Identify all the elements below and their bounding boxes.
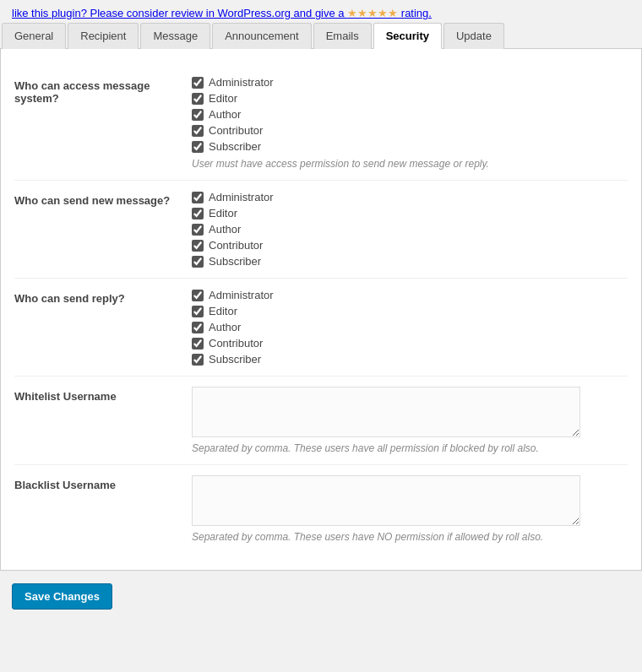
checkbox-input-reply-subscriber[interactable] bbox=[192, 354, 204, 366]
checkbox-label-reply-contributor: Contributor bbox=[209, 337, 263, 350]
tabs-bar: General Recipient Message Announcement E… bbox=[0, 23, 642, 49]
checkbox-input-new-author[interactable] bbox=[192, 224, 204, 236]
plugin-notice: like this plugin? Please consider review… bbox=[0, 0, 642, 23]
checkbox-access-author[interactable]: Author bbox=[192, 108, 628, 121]
label-send-new: Who can send new message? bbox=[14, 181, 183, 279]
checkbox-label-access-subscriber: Subscriber bbox=[209, 140, 261, 153]
checkbox-label-access-editor: Editor bbox=[209, 92, 237, 105]
checkbox-input-access-subscriber[interactable] bbox=[192, 141, 204, 153]
notice-link[interactable]: like this plugin? Please consider review… bbox=[12, 7, 432, 19]
checkbox-label-new-contributor: Contributor bbox=[209, 239, 263, 252]
field-whitelist: Separated by comma. These users have all… bbox=[183, 377, 628, 465]
checkbox-label-new-subscriber: Subscriber bbox=[209, 255, 261, 268]
checkbox-input-new-contributor[interactable] bbox=[192, 240, 204, 252]
checkbox-input-reply-administrator[interactable] bbox=[192, 290, 204, 301]
checkbox-group-send-new: Administrator Editor Author bbox=[192, 191, 628, 268]
form-table: Who can access message system? Administr… bbox=[14, 66, 628, 553]
row-access: Who can access message system? Administr… bbox=[14, 66, 628, 181]
checkbox-label-access-administrator: Administrator bbox=[209, 76, 274, 89]
checkbox-label-reply-administrator: Administrator bbox=[209, 289, 274, 301]
checkbox-new-subscriber[interactable]: Subscriber bbox=[192, 255, 628, 268]
tab-security[interactable]: Security bbox=[373, 23, 442, 49]
checkbox-input-access-administrator[interactable] bbox=[192, 77, 204, 89]
tab-announcement[interactable]: Announcement bbox=[212, 23, 311, 49]
tab-emails[interactable]: Emails bbox=[313, 23, 372, 49]
checkbox-input-new-administrator[interactable] bbox=[192, 192, 204, 203]
checkbox-input-reply-author[interactable] bbox=[192, 322, 204, 333]
checkbox-label-reply-author: Author bbox=[209, 321, 241, 333]
page-wrapper: like this plugin? Please consider review… bbox=[0, 0, 642, 621]
checkbox-label-new-author: Author bbox=[209, 223, 241, 236]
checkbox-label-access-author: Author bbox=[209, 108, 241, 121]
checkbox-new-administrator[interactable]: Administrator bbox=[192, 191, 628, 203]
checkbox-access-administrator[interactable]: Administrator bbox=[192, 76, 628, 89]
row-whitelist: Whitelist Username Separated by comma. T… bbox=[14, 377, 628, 465]
checkbox-access-subscriber[interactable]: Subscriber bbox=[192, 140, 628, 153]
field-send-reply: Administrator Editor Author bbox=[183, 279, 628, 377]
row-send-reply: Who can send reply? Administrator Editor bbox=[14, 279, 628, 377]
save-button[interactable]: Save Changes bbox=[12, 583, 112, 610]
row-send-new: Who can send new message? Administrator … bbox=[14, 181, 628, 279]
checkbox-reply-subscriber[interactable]: Subscriber bbox=[192, 353, 628, 366]
checkbox-input-new-subscriber[interactable] bbox=[192, 256, 204, 268]
label-access: Who can access message system? bbox=[14, 66, 183, 181]
checkbox-input-access-contributor[interactable] bbox=[192, 125, 204, 137]
field-blacklist: Separated by comma. These users have NO … bbox=[183, 465, 628, 554]
field-access: Administrator Editor Author bbox=[183, 66, 628, 181]
checkbox-new-author[interactable]: Author bbox=[192, 223, 628, 236]
whitelist-textarea[interactable] bbox=[192, 387, 580, 437]
checkbox-label-reply-editor: Editor bbox=[209, 305, 237, 317]
checkbox-input-reply-contributor[interactable] bbox=[192, 338, 204, 350]
checkbox-new-contributor[interactable]: Contributor bbox=[192, 239, 628, 252]
checkbox-group-reply: Administrator Editor Author bbox=[192, 289, 628, 366]
checkbox-reply-editor[interactable]: Editor bbox=[192, 305, 628, 317]
checkbox-new-editor[interactable]: Editor bbox=[192, 207, 628, 219]
tab-message[interactable]: Message bbox=[140, 23, 210, 49]
checkbox-label-new-editor: Editor bbox=[209, 207, 237, 219]
hint-access: User must have access permission to send… bbox=[192, 158, 628, 170]
checkbox-access-editor[interactable]: Editor bbox=[192, 92, 628, 105]
label-send-reply: Who can send reply? bbox=[14, 279, 183, 377]
field-send-new: Administrator Editor Author bbox=[183, 181, 628, 279]
hint-whitelist: Separated by comma. These users have all… bbox=[192, 442, 628, 454]
checkbox-input-access-author[interactable] bbox=[192, 109, 204, 121]
label-whitelist: Whitelist Username bbox=[14, 377, 183, 465]
hint-blacklist: Separated by comma. These users have NO … bbox=[192, 531, 628, 543]
blacklist-textarea[interactable] bbox=[192, 475, 580, 526]
checkbox-reply-author[interactable]: Author bbox=[192, 321, 628, 333]
checkbox-label-access-contributor: Contributor bbox=[209, 124, 263, 137]
content-area: Who can access message system? Administr… bbox=[0, 49, 642, 571]
checkbox-access-contributor[interactable]: Contributor bbox=[192, 124, 628, 137]
checkbox-input-new-editor[interactable] bbox=[192, 208, 204, 219]
checkbox-group-access: Administrator Editor Author bbox=[192, 76, 628, 153]
tab-general[interactable]: General bbox=[2, 23, 66, 49]
checkbox-reply-administrator[interactable]: Administrator bbox=[192, 289, 628, 301]
checkbox-label-new-administrator: Administrator bbox=[209, 191, 274, 203]
checkbox-input-reply-editor[interactable] bbox=[192, 306, 204, 317]
save-btn-area: Save Changes bbox=[0, 571, 642, 621]
tab-recipient[interactable]: Recipient bbox=[68, 23, 139, 49]
row-blacklist: Blacklist Username Separated by comma. T… bbox=[14, 465, 628, 554]
label-blacklist: Blacklist Username bbox=[14, 465, 183, 554]
star-rating: ★★★★★ bbox=[347, 7, 398, 19]
checkbox-input-access-editor[interactable] bbox=[192, 93, 204, 105]
tab-update[interactable]: Update bbox=[443, 23, 504, 49]
checkbox-label-reply-subscriber: Subscriber bbox=[209, 353, 261, 366]
checkbox-reply-contributor[interactable]: Contributor bbox=[192, 337, 628, 350]
